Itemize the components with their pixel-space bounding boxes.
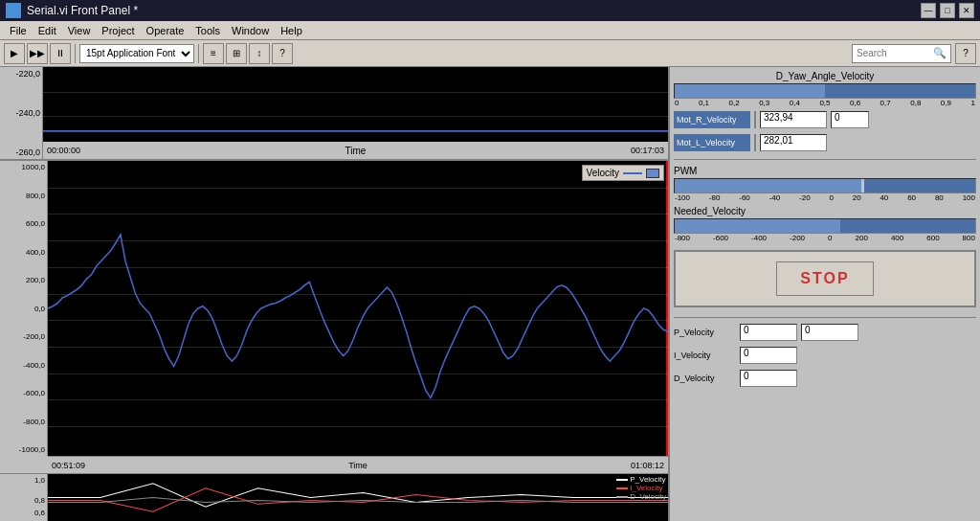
align-button[interactable]: ≡ [203,43,224,64]
i-velocity-legend: I_Velocity [630,484,662,492]
window-title: Serial.vi Front Panel * [27,4,138,17]
mot-l-row: Mot_L_Velocity 282,01 [674,134,976,151]
toolbar-separator-2 [198,44,199,63]
i-vel-value[interactable]: 0 [740,347,797,364]
p-vel-label: P_Velocity [674,328,736,337]
top-chart-time-label: Time [345,146,367,156]
vc-y-n600: -600,0 [2,389,45,397]
menu-operate[interactable]: Operate [141,24,190,37]
mini-chart-container: 1,0 0,8 0,6 P_Velocity [0,473,668,521]
vc-y-n1000: -1000,0 [2,445,45,454]
p-vel-value[interactable]: 0 [740,324,797,341]
vc-y-n800: -800,0 [2,418,45,426]
velocity-legend-label: Velocity [587,168,619,178]
d-velocity-row: D_Velocity 0 [674,370,976,387]
mini-chart: P_Velocity I_Velocity D_Velocity [48,474,668,521]
velocity-x-axis: 00:51:09 Time 01:08:12 [48,456,668,473]
right-panel: D_Yaw_Angle_Velocity 0 0,1 0,2 0,3 0,4 0… [670,67,980,521]
vc-y-200: 200,0 [2,276,45,284]
help2-button[interactable]: ? [955,43,976,64]
vc-x-end: 01:08:12 [631,461,664,470]
dyaw-scale: 0 0,1 0,2 0,3 0,4 0,5 0,6 0,7 0,8 0,9 1 [674,99,976,107]
menu-help[interactable]: Help [275,24,308,37]
dyaw-title: D_Yaw_Angle_Velocity [674,71,976,81]
top-chart-y-mid: -240,0 [2,108,40,118]
window-controls: — □ ✕ [921,3,974,18]
velocity-legend: Velocity [582,165,664,181]
menu-bar: File Edit View Project Operate Tools Win… [0,21,980,40]
search-input[interactable] [857,48,933,58]
mot-r-value[interactable]: 323,94 [760,111,827,128]
sep2 [674,317,976,318]
top-chart-y-max: -220,0 [2,69,40,79]
i-velocity-swatch [616,487,628,489]
vc-y-400: 400,0 [2,248,45,257]
close-button[interactable]: ✕ [959,3,974,18]
needed-velocity-section: Needed_Velocity -800 -600 -400 -200 0 20… [674,206,976,242]
distribute-button[interactable]: ⊞ [226,43,247,64]
mot-r-row: Mot_R_Velocity 323,94 0 [674,111,976,128]
dyaw-slider[interactable] [674,83,976,99]
menu-project[interactable]: Project [96,24,140,37]
mot-r-label: Mot_R_Velocity [674,111,750,128]
i-vel-label: I_Velocity [674,351,736,360]
pwm-section: PWM -100 -80 -60 -40 -20 0 20 40 60 80 1… [674,166,976,202]
mini-y-spacer: 1,0 0,8 0,6 [0,474,48,521]
p-velocity-legend: P_Velocity [630,475,665,484]
dyaw-fill [675,84,825,98]
vc-y-n200: -200,0 [2,332,45,341]
vc-y-800: 800,0 [2,192,45,200]
main-content: -220,0 -240,0 -260,0 00:00:00 [0,67,980,521]
maximize-button[interactable]: □ [940,3,955,18]
search-icon[interactable]: 🔍 [933,47,947,59]
toolbar-separator-1 [75,44,76,63]
menu-tools[interactable]: Tools [189,24,226,37]
d-vel-label: D_Velocity [674,374,736,383]
toolbar: ▶ ▶▶ ⏸ 15pt Application Font ≡ ⊞ ↕ ? 🔍 ? [0,40,980,67]
vc-x-start: 00:51:09 [52,461,85,470]
minimize-button[interactable]: — [921,3,936,18]
menu-file[interactable]: File [4,24,33,37]
menu-view[interactable]: View [62,24,97,37]
menu-edit[interactable]: Edit [33,24,62,37]
font-selector[interactable]: 15pt Application Font [79,44,194,63]
legend-icon [646,169,659,178]
velocity-chart-container: 1000,0 800,0 600,0 400,0 200,0 0,0 -200,… [0,161,668,521]
pause-button[interactable]: ⏸ [50,43,71,64]
mot-l-label: Mot_L_Velocity [674,134,750,151]
left-panel: -220,0 -240,0 -260,0 00:00:00 [0,67,670,521]
needed-vel-slider[interactable] [674,218,976,234]
help-button[interactable]: ? [272,43,293,64]
pwm-scale: -100 -80 -60 -40 -20 0 20 40 60 80 100 [674,193,976,202]
needed-vel-fill [675,219,840,233]
pwm-indicator [861,179,864,193]
run-cont-button[interactable]: ▶▶ [27,43,48,64]
d-velocity-legend: D_Velocity [630,492,666,501]
vc-y-1000: 1000,0 [2,163,45,171]
mot-r-value2[interactable]: 0 [831,111,869,128]
dyaw-section: D_Yaw_Angle_Velocity 0 0,1 0,2 0,3 0,4 0… [674,71,976,107]
p-vel-value2[interactable]: 0 [801,324,858,341]
vc-y-0: 0,0 [2,305,45,313]
mini-legend: P_Velocity I_Velocity D_Velocity [616,475,666,501]
top-chart-x-start: 00:00:00 [47,146,80,155]
stop-button[interactable]: STOP [776,261,873,296]
needed-vel-scale: -800 -600 -400 -200 0 200 400 600 800 [674,234,976,242]
reorder-button[interactable]: ↕ [249,43,270,64]
p-velocity-row: P_Velocity 0 0 [674,324,976,341]
menu-window[interactable]: Window [226,24,275,37]
run-button[interactable]: ▶ [4,43,25,64]
vc-time-label: Time [348,461,368,470]
vc-y-600: 600,0 [2,219,45,228]
sep1 [674,159,976,160]
velocity-chart: 1000,0 800,0 600,0 400,0 200,0 0,0 -200,… [0,161,668,456]
pwm-slider[interactable] [674,178,976,193]
search-box: 🔍 [852,44,951,63]
d-vel-value[interactable]: 0 [740,370,797,387]
top-chart-x-end: 00:17:03 [631,146,664,155]
stop-button-container: STOP [674,250,976,307]
title-bar: Serial.vi Front Panel * — □ ✕ [0,0,980,21]
d-velocity-swatch [616,496,628,498]
top-chart: -220,0 -240,0 -260,0 00:00:00 [0,67,668,161]
mot-l-value[interactable]: 282,01 [760,134,827,151]
